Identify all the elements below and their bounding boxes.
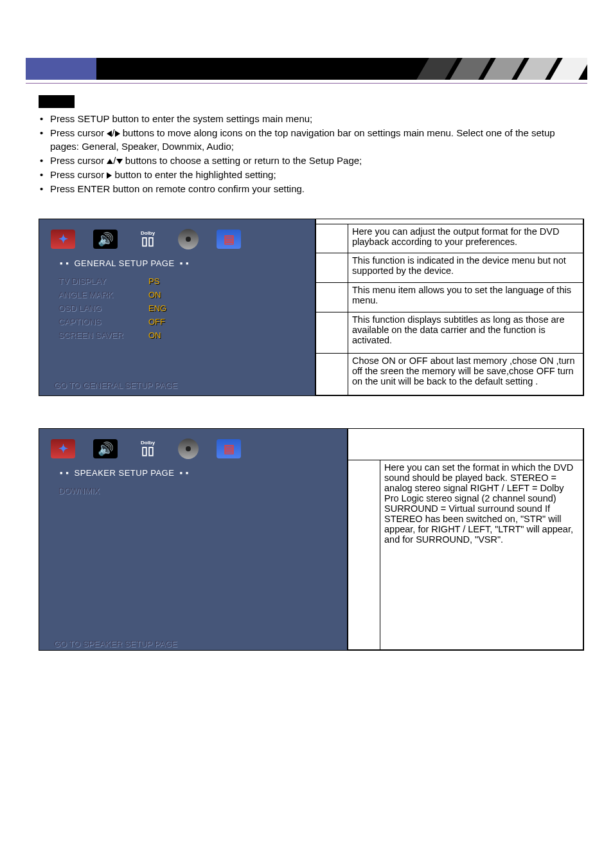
nav-icon-speaker[interactable]: 🔊 xyxy=(93,230,118,249)
arrow-right-icon xyxy=(107,172,112,179)
menu-row[interactable]: ANGLE MARK ON xyxy=(58,288,303,302)
nav-icon-disc[interactable] xyxy=(178,439,199,459)
header-title-bar xyxy=(26,58,587,80)
nav-icon-disc[interactable] xyxy=(178,229,199,249)
nav-icon-speaker[interactable]: 🔊 xyxy=(93,439,118,458)
desc-text: Here you can set the format in which the… xyxy=(380,460,583,649)
speaker-setup-screen: ✦ 🔊 Dolby ▯▯ ▤ ▪ ▪ SPEAKER SETUP PAGE ▪ … xyxy=(39,429,348,650)
menu-row-value: ON xyxy=(148,330,161,340)
desc-text: This menu item allows you to set the lan… xyxy=(348,282,583,312)
menu-row[interactable]: CAPTIONS OFF xyxy=(58,315,303,329)
menu-row-label: CAPTIONS xyxy=(58,317,148,327)
menu-row-value: OFF xyxy=(148,317,165,327)
nav-icon-lang[interactable]: ▤ xyxy=(217,230,241,249)
header-divider xyxy=(26,83,587,84)
setup-footer-hint: GO TO GENERAL SETUP PAGE xyxy=(54,381,303,390)
general-setup-screen: ✦ 🔊 Dolby ▯▯ ▤ ▪ ▪ GENERAL SETUP PAGE ▪ … xyxy=(39,219,315,395)
menu-row-label: SCREEN SAVER xyxy=(58,330,148,340)
general-menu-rows: TV DISPLAY PS ANGLE MARK ON OSD LANG ENG… xyxy=(58,275,303,342)
nav-icon-general[interactable]: ✦ xyxy=(51,230,75,249)
menu-row[interactable]: TV DISPLAY PS xyxy=(58,275,303,288)
setup-page-title: ▪ ▪ GENERAL SETUP PAGE ▪ ▪ xyxy=(57,258,303,268)
arrow-down-icon xyxy=(116,159,123,164)
menu-row-value: ON xyxy=(148,290,161,300)
arrow-left-icon xyxy=(107,131,112,137)
desc-key xyxy=(316,354,348,395)
menu-row[interactable]: SCREEN SAVER ON xyxy=(58,329,303,342)
setup-nav-icons: ✦ 🔊 Dolby ▯▯ ▤ xyxy=(51,439,335,459)
arrow-right-icon xyxy=(115,131,120,137)
desc-key xyxy=(316,253,348,283)
decorative-stripes xyxy=(420,58,587,80)
setup-page-title: ▪ ▪ SPEAKER SETUP PAGE ▪ ▪ xyxy=(57,468,335,478)
nav-icon-dolby[interactable]: Dolby ▯▯ xyxy=(136,230,160,249)
instruction-item: Press cursor / buttons to move along ico… xyxy=(39,127,584,153)
menu-row-label: OSD LANG xyxy=(58,303,148,313)
desc-key xyxy=(316,224,348,253)
general-desc-table: Here you can adjust the output format fo… xyxy=(315,219,583,395)
nav-icon-dolby[interactable]: Dolby ▯▯ xyxy=(136,439,160,458)
section-black-box xyxy=(39,95,75,108)
menu-row-value: PS xyxy=(148,276,159,286)
desc-key xyxy=(316,312,348,353)
menu-row-label: DOWNMIX xyxy=(58,486,148,496)
nav-icon-lang[interactable]: ▤ xyxy=(217,439,241,458)
desc-text: Here you can adjust the output format fo… xyxy=(348,224,583,253)
desc-key xyxy=(316,282,348,312)
arrow-up-icon xyxy=(107,159,113,164)
setup-footer-hint: GO TO SPEAKER SETUP PAGE xyxy=(54,639,335,649)
setup-nav-icons: ✦ 🔊 Dolby ▯▯ ▤ xyxy=(51,229,303,249)
speaker-setup-block: ✦ 🔊 Dolby ▯▯ ▤ ▪ ▪ SPEAKER SETUP PAGE ▪ … xyxy=(39,428,584,651)
desc-key xyxy=(348,460,380,649)
menu-row-label: TV DISPLAY xyxy=(58,276,148,286)
desc-text: Chose ON or OFF about last memory ,chose… xyxy=(348,354,583,395)
menu-row[interactable]: DOWNMIX xyxy=(58,484,335,498)
instruction-item: Press SETUP button to enter the system s… xyxy=(39,113,584,125)
instruction-item: Press cursor button to enter the highlig… xyxy=(39,168,584,181)
instruction-item: Press ENTER button on remote contro conf… xyxy=(39,183,584,195)
menu-row-label: ANGLE MARK xyxy=(58,290,148,300)
instruction-item: Press cursor / buttons to choose a setti… xyxy=(39,154,584,167)
menu-row-value: ENG xyxy=(148,303,166,313)
general-setup-block: ✦ 🔊 Dolby ▯▯ ▤ ▪ ▪ GENERAL SETUP PAGE ▪ … xyxy=(39,219,584,396)
menu-row[interactable]: OSD LANG ENG xyxy=(58,302,303,315)
speaker-desc-table: Here you can set the format in which the… xyxy=(348,429,583,650)
desc-text: This function is indicated in the device… xyxy=(348,253,583,283)
instruction-list: Press SETUP button to enter the system s… xyxy=(39,113,584,196)
desc-text: This function displays subtitles as long… xyxy=(348,312,583,353)
nav-icon-general[interactable]: ✦ xyxy=(51,439,75,458)
speaker-menu-rows: DOWNMIX xyxy=(58,484,335,498)
